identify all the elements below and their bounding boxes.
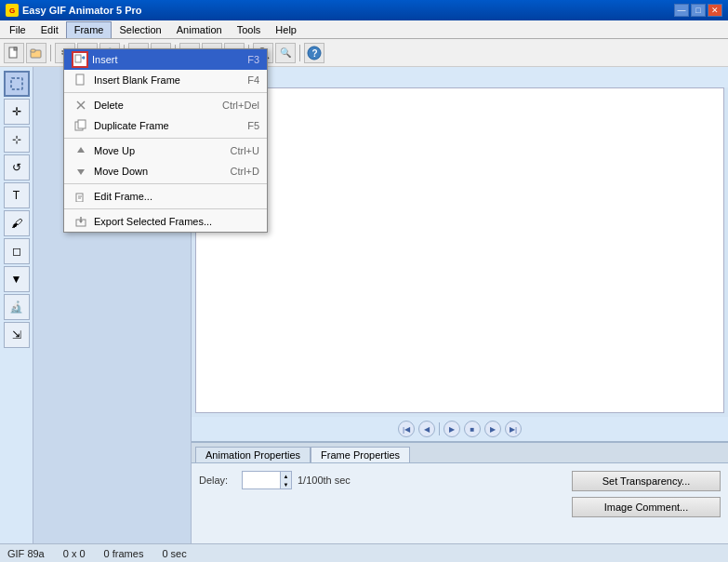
- minimize-button[interactable]: —: [674, 4, 689, 17]
- set-transparency-button[interactable]: Set Transparency...: [572, 471, 721, 491]
- close-button[interactable]: ✕: [708, 4, 722, 17]
- menu-delete[interactable]: Delete Ctrl+Del: [64, 95, 267, 115]
- frame-properties-tab[interactable]: Frame Properties: [311, 447, 410, 462]
- insert-blank-shortcut: F4: [247, 74, 259, 86]
- svg-rect-13: [76, 74, 84, 85]
- svg-rect-1: [14, 47, 17, 50]
- export-icon: [72, 212, 90, 231]
- svg-rect-9: [75, 55, 81, 62]
- menu-animation[interactable]: Animation: [169, 21, 230, 38]
- animation-properties-tab[interactable]: Animation Properties: [195, 447, 311, 462]
- status-format: GIF 89a: [7, 548, 45, 559]
- menu-edit[interactable]: Edit: [33, 21, 66, 38]
- status-frames: 0 frames: [104, 548, 144, 559]
- menu-insert[interactable]: Insert F3: [64, 49, 267, 70]
- svg-marker-25: [79, 221, 83, 223]
- move-down-icon: [72, 162, 90, 181]
- preview-tabs: Preview: [192, 67, 728, 87]
- eraser-tool-button[interactable]: ◻: [4, 238, 30, 264]
- menu-export-frames[interactable]: Export Selected Frames...: [64, 211, 267, 232]
- status-bar: GIF 89a 0 x 0 0 frames 0 sec: [0, 543, 728, 562]
- delay-increment[interactable]: ▲: [281, 472, 291, 480]
- delay-input-wrap: ▲ ▼: [242, 471, 292, 489]
- menu-tools[interactable]: Tools: [230, 21, 269, 38]
- svg-text:?: ?: [312, 48, 318, 59]
- svg-marker-19: [77, 169, 85, 175]
- status-dimensions: 0 x 0: [63, 548, 86, 559]
- paint-tool-button[interactable]: 🖌: [4, 210, 30, 236]
- duplicate-icon: [72, 116, 90, 135]
- go-to-first-button[interactable]: |◀: [398, 421, 415, 437]
- content-area: Preview |◀ ◀ ▶ ■ ▶ ▶| Animation Properti…: [192, 67, 728, 543]
- rotate-tool-button[interactable]: ↺: [4, 154, 30, 181]
- svg-line-12: [84, 58, 86, 60]
- move-tool-button[interactable]: ✛: [4, 99, 30, 125]
- delete-label: Delete: [94, 100, 222, 111]
- property-tabs: Animation Properties Frame Properties: [192, 443, 728, 463]
- menu-edit-frame[interactable]: Edit Frame...: [64, 186, 267, 207]
- menu-frame[interactable]: Frame: [66, 21, 113, 38]
- menu-duplicate[interactable]: Duplicate Frame F5: [64, 115, 267, 136]
- separator-1: [64, 92, 267, 93]
- duplicate-shortcut: F5: [247, 120, 259, 131]
- insert-label: Insert: [92, 54, 247, 65]
- move-down-shortcut: Ctrl+D: [231, 166, 259, 177]
- svg-rect-17: [78, 120, 86, 128]
- edit-frame-icon: [72, 187, 90, 206]
- go-prev-button[interactable]: ◀: [418, 421, 435, 437]
- menu-move-up[interactable]: Move Up Ctrl+U: [64, 140, 267, 161]
- delete-shortcut: Ctrl+Del: [222, 100, 259, 111]
- menu-insert-blank[interactable]: Insert Blank Frame F4: [64, 70, 267, 90]
- move-up-label: Move Up: [94, 145, 231, 156]
- separator-2: [64, 138, 267, 139]
- edit-frame-label: Edit Frame...: [94, 191, 259, 202]
- new-button[interactable]: [4, 43, 24, 63]
- toolbar-separator-1: [50, 45, 51, 61]
- preview-canvas: [195, 87, 724, 413]
- left-sidebar: ✛ ⊹ ↺ T 🖌 ◻ ▼ 🔬 ⇲: [0, 67, 33, 543]
- stop-animation-button[interactable]: ■: [464, 421, 481, 437]
- move-up-shortcut: Ctrl+U: [231, 145, 259, 156]
- menu-file[interactable]: File: [2, 21, 33, 38]
- delete-icon: [72, 96, 90, 114]
- app-title: Easy GIF Animator 5 Pro: [22, 5, 142, 16]
- eyedrop-tool-button[interactable]: 🔬: [4, 294, 30, 320]
- resize-tool-button[interactable]: ⇲: [4, 322, 30, 348]
- go-to-last-button[interactable]: ▶|: [505, 421, 522, 437]
- insert-blank-label: Insert Blank Frame: [94, 74, 247, 86]
- delay-input[interactable]: [243, 472, 280, 488]
- playback-divider: [439, 422, 440, 435]
- zoom-out-button[interactable]: 🔍: [275, 43, 296, 63]
- property-right: Set Transparency... Image Comment...: [572, 471, 721, 517]
- property-left: Delay: ▲ ▼ 1/100th sec: [199, 471, 351, 489]
- playback-controls: |◀ ◀ ▶ ■ ▶ ▶|: [192, 417, 728, 441]
- menu-move-down[interactable]: Move Down Ctrl+D: [64, 161, 267, 181]
- crop-tool-button[interactable]: ⊹: [4, 127, 30, 153]
- text-tool-button[interactable]: T: [4, 182, 30, 208]
- insert-blank-icon: [72, 71, 90, 89]
- insert-icon: [72, 51, 88, 68]
- duplicate-label: Duplicate Frame: [94, 120, 247, 131]
- select-tool-button[interactable]: [4, 71, 30, 97]
- delay-spinner[interactable]: ▲ ▼: [280, 472, 291, 488]
- status-time: 0 sec: [162, 548, 186, 559]
- separator-3: [64, 183, 267, 184]
- svg-marker-18: [77, 147, 85, 153]
- export-frames-label: Export Selected Frames...: [94, 216, 259, 227]
- insert-shortcut: F3: [247, 54, 259, 65]
- menu-help[interactable]: Help: [268, 21, 304, 38]
- menu-selection[interactable]: Selection: [112, 21, 168, 38]
- property-content: Delay: ▲ ▼ 1/100th sec: [192, 463, 728, 525]
- open-button[interactable]: [26, 43, 46, 63]
- play-animation-button[interactable]: ▶: [443, 421, 460, 437]
- delay-label: Delay:: [199, 475, 236, 486]
- fill-tool-button[interactable]: ▼: [4, 266, 30, 292]
- image-comment-button[interactable]: Image Comment...: [572, 497, 721, 517]
- go-next-button[interactable]: ▶: [484, 421, 501, 437]
- delay-decrement[interactable]: ▼: [281, 480, 291, 488]
- properties-panel: Animation Properties Frame Properties De…: [192, 441, 728, 543]
- help-button[interactable]: ?: [304, 43, 324, 63]
- window-controls[interactable]: — □ ✕: [674, 4, 722, 17]
- maximize-button[interactable]: □: [691, 4, 706, 17]
- menu-bar: File Edit Frame Selection Animation Tool…: [0, 20, 728, 39]
